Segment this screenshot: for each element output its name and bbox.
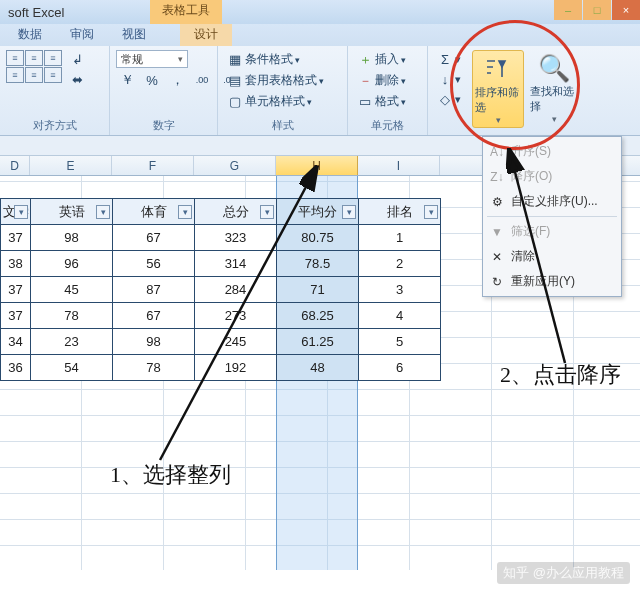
cell[interactable]: 67 <box>113 303 195 329</box>
delete-button[interactable]: － 删除▾ <box>354 71 409 90</box>
th-F[interactable]: 体育▾ <box>113 199 195 225</box>
alignment-buttons[interactable]: ≡≡≡ ≡≡≡ <box>6 50 62 83</box>
table-format-button[interactable]: ▤ 套用表格格式▾ <box>224 71 327 90</box>
filter-arrow-icon[interactable]: ▾ <box>178 205 192 219</box>
cell[interactable]: 192 <box>195 355 277 381</box>
cell[interactable]: 37 <box>1 303 31 329</box>
filter-arrow-icon[interactable]: ▾ <box>424 205 438 219</box>
cell[interactable]: 98 <box>31 225 113 251</box>
cell[interactable]: 273 <box>195 303 277 329</box>
menu-reapply[interactable]: ↻ 重新应用(Y) <box>483 269 621 294</box>
table-row[interactable]: 37986732380.751 <box>1 225 441 251</box>
cell[interactable]: 4 <box>359 303 441 329</box>
menu-clear[interactable]: ✕ 清除 <box>483 244 621 269</box>
sort-filter-button[interactable]: 排序和筛选 ▾ <box>472 50 524 128</box>
table-row[interactable]: 365478192486 <box>1 355 441 381</box>
menu-sort-desc[interactable]: Z↓ 降序(O) <box>483 164 621 189</box>
conditional-format-button[interactable]: ▦ 条件格式▾ <box>224 50 303 69</box>
fill-button[interactable]: ↓▾ <box>434 70 464 88</box>
cell[interactable]: 78 <box>113 355 195 381</box>
th-D[interactable]: 文学▾ <box>1 199 31 225</box>
cell[interactable]: 78.5 <box>277 251 359 277</box>
col-header-F[interactable]: F <box>112 156 194 175</box>
format-button[interactable]: ▭ 格式▾ <box>354 92 409 111</box>
th-I[interactable]: 排名▾ <box>359 199 441 225</box>
cell[interactable]: 6 <box>359 355 441 381</box>
table-row[interactable]: 38965631478.52 <box>1 251 441 277</box>
cell-style-button[interactable]: ▢ 单元格样式▾ <box>224 92 315 111</box>
menu-sort-asc[interactable]: A↓ 升序(S) <box>483 139 621 164</box>
close-button[interactable]: × <box>612 0 640 20</box>
binoculars-icon: 🔍 <box>538 52 570 84</box>
chevron-down-icon: ▾ <box>496 115 501 125</box>
filter-arrow-icon[interactable]: ▾ <box>342 205 356 219</box>
cell[interactable]: 48 <box>277 355 359 381</box>
th-H[interactable]: 平均分▾ <box>277 199 359 225</box>
th-E[interactable]: 英语▾ <box>31 199 113 225</box>
currency-button[interactable]: ￥ <box>116 71 138 89</box>
increase-decimal-button[interactable]: .00 <box>191 71 213 89</box>
th-G[interactable]: 总分▾ <box>195 199 277 225</box>
cell[interactable]: 323 <box>195 225 277 251</box>
table-row[interactable]: 34239824561.255 <box>1 329 441 355</box>
cell[interactable]: 67 <box>113 225 195 251</box>
cell[interactable]: 96 <box>31 251 113 277</box>
minimize-button[interactable]: – <box>554 0 582 20</box>
merge-button[interactable]: ⬌ <box>66 70 88 88</box>
table-format-icon: ▤ <box>227 73 243 89</box>
number-format-select[interactable]: 常规 ▾ <box>116 50 188 68</box>
cell[interactable]: 45 <box>31 277 113 303</box>
maximize-button[interactable]: □ <box>583 0 611 20</box>
sort-filter-icon <box>482 53 514 85</box>
cell[interactable]: 3 <box>359 277 441 303</box>
cell[interactable]: 56 <box>113 251 195 277</box>
tab-data[interactable]: 数据 <box>4 23 56 46</box>
menu-sort-custom[interactable]: ⚙ 自定义排序(U)... <box>483 189 621 214</box>
clear-filter-icon: ✕ <box>489 249 505 265</box>
filter-arrow-icon[interactable]: ▾ <box>96 205 110 219</box>
cell[interactable]: 54 <box>31 355 113 381</box>
cell[interactable]: 68.25 <box>277 303 359 329</box>
cell[interactable]: 314 <box>195 251 277 277</box>
cell[interactable]: 80.75 <box>277 225 359 251</box>
cell[interactable]: 38 <box>1 251 31 277</box>
wrap-text-button[interactable]: ↲ <box>66 50 88 68</box>
cell[interactable]: 23 <box>31 329 113 355</box>
comma-button[interactable]: ， <box>166 71 188 89</box>
find-select-button[interactable]: 🔍 查找和选择 ▾ <box>528 50 580 126</box>
app-title: soft Excel <box>8 5 64 20</box>
cell[interactable]: 34 <box>1 329 31 355</box>
window-controls: – □ × <box>553 0 640 20</box>
cell[interactable]: 87 <box>113 277 195 303</box>
menu-filter[interactable]: ▼ 筛选(F) <box>483 219 621 244</box>
col-header-H[interactable]: H <box>276 156 358 175</box>
filter-arrow-icon[interactable]: ▾ <box>14 205 28 219</box>
cell[interactable]: 36 <box>1 355 31 381</box>
tab-review[interactable]: 审阅 <box>56 23 108 46</box>
cell[interactable]: 78 <box>31 303 113 329</box>
insert-button[interactable]: ＋ 插入▾ <box>354 50 409 69</box>
cell[interactable]: 2 <box>359 251 441 277</box>
cell[interactable]: 37 <box>1 277 31 303</box>
table-row[interactable]: 374587284713 <box>1 277 441 303</box>
clear-button[interactable]: ◇▾ <box>434 90 464 108</box>
percent-button[interactable]: % <box>141 71 163 89</box>
cell[interactable]: 5 <box>359 329 441 355</box>
group-label-styles: 样式 <box>224 116 341 133</box>
cell[interactable]: 98 <box>113 329 195 355</box>
tab-view[interactable]: 视图 <box>108 23 160 46</box>
cell[interactable]: 37 <box>1 225 31 251</box>
tab-design[interactable]: 设计 <box>180 23 232 46</box>
col-header-I[interactable]: I <box>358 156 440 175</box>
autosum-button[interactable]: Σ▾ <box>434 50 464 68</box>
cell[interactable]: 1 <box>359 225 441 251</box>
table-row[interactable]: 37786727368.254 <box>1 303 441 329</box>
cell[interactable]: 61.25 <box>277 329 359 355</box>
cell[interactable]: 71 <box>277 277 359 303</box>
col-header-D[interactable]: D <box>0 156 30 175</box>
col-header-E[interactable]: E <box>30 156 112 175</box>
cell[interactable]: 245 <box>195 329 277 355</box>
filter-arrow-icon[interactable]: ▾ <box>260 205 274 219</box>
col-header-G[interactable]: G <box>194 156 276 175</box>
cell[interactable]: 284 <box>195 277 277 303</box>
